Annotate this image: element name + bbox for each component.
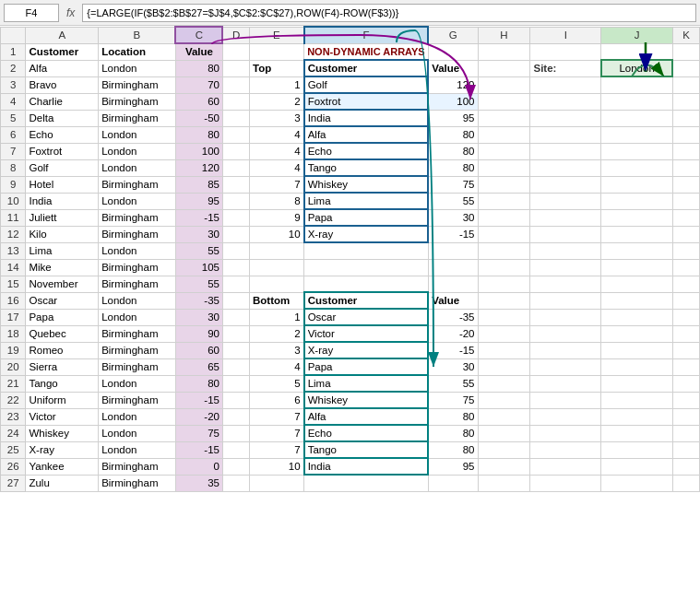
col-header-I[interactable]: I bbox=[530, 27, 601, 43]
spreadsheet-grid[interactable]: A B C D E F G H I J K 1 Customer Locatio… bbox=[0, 26, 700, 599]
row-22: 22 Uniform Birmingham -15 6 Whiskey 75 bbox=[1, 392, 700, 408]
row-21: 21 Tango London 80 5 Lima 55 bbox=[1, 375, 700, 392]
name-box[interactable] bbox=[4, 4, 59, 22]
col-header-B[interactable]: B bbox=[99, 27, 176, 43]
row-7: 7 Foxtrot London 100 4 Echo 80 bbox=[1, 143, 700, 159]
row-27: 27 Zulu Birmingham 35 bbox=[1, 475, 700, 491]
row-25: 25 X-ray London -15 7 Tango 80 bbox=[1, 441, 700, 458]
row-19: 19 Romeo Birmingham 60 3 X-ray -15 bbox=[1, 342, 700, 358]
row-1: 1 Customer Location Value NON-DYNAMIC AR… bbox=[1, 43, 700, 60]
corner-cell bbox=[1, 27, 26, 43]
col-header-E[interactable]: E bbox=[250, 27, 304, 43]
row-14: 14 Mike Birmingham 105 bbox=[1, 259, 700, 276]
row-3: 3 Bravo Birmingham 70 1 Golf 120 bbox=[1, 76, 700, 93]
toolbar: fx bbox=[0, 0, 700, 26]
row-11: 11 Juliett Birmingham -15 9 Papa 30 bbox=[1, 209, 700, 226]
row-9: 9 Hotel Birmingham 85 7 Whiskey 75 bbox=[1, 176, 700, 193]
col-header-G[interactable]: G bbox=[428, 27, 478, 43]
col-header-H[interactable]: H bbox=[478, 27, 530, 43]
row-23: 23 Victor London -20 7 Alfa 80 bbox=[1, 408, 700, 425]
row-5: 5 Delta Birmingham -50 3 India 95 bbox=[1, 110, 700, 126]
col-header-K[interactable]: K bbox=[672, 27, 699, 43]
row-4: 4 Charlie Birmingham 60 2 Foxtrot 100 bbox=[1, 93, 700, 110]
row-8: 8 Golf London 120 4 Tango 80 bbox=[1, 159, 700, 176]
row-20: 20 Sierra Birmingham 65 4 Papa 30 bbox=[1, 358, 700, 375]
fx-label: fx bbox=[63, 6, 78, 19]
row-10: 10 India London 95 8 Lima 55 bbox=[1, 193, 700, 209]
formula-bar[interactable] bbox=[82, 4, 696, 22]
row-6: 6 Echo London 80 4 Alfa 80 bbox=[1, 126, 700, 143]
col-header-D[interactable]: D bbox=[222, 27, 249, 43]
row-18: 18 Quebec Birmingham 90 2 Victor -20 bbox=[1, 325, 700, 342]
col-header-F[interactable]: F bbox=[304, 27, 429, 43]
row-17: 17 Papa London 30 1 Oscar -35 bbox=[1, 309, 700, 325]
spreadsheet-table: A B C D E F G H I J K 1 Customer Locatio… bbox=[0, 26, 700, 492]
row-26: 26 Yankee Birmingham 0 10 India 95 bbox=[1, 458, 700, 475]
col-header-row: A B C D E F G H I J K bbox=[1, 27, 700, 43]
col-header-A[interactable]: A bbox=[26, 27, 99, 43]
row-15: 15 November Birmingham 55 bbox=[1, 276, 700, 292]
row-2: 2 Alfa London 80 Top Customer Value Site… bbox=[1, 60, 700, 76]
row-12: 12 Kilo Birmingham 30 10 X-ray -15 bbox=[1, 226, 700, 242]
row-13: 13 Lima London 55 bbox=[1, 242, 700, 259]
col-header-C[interactable]: C bbox=[175, 27, 222, 43]
col-header-J[interactable]: J bbox=[601, 27, 673, 43]
row-24: 24 Whiskey London 75 7 Echo 80 bbox=[1, 425, 700, 441]
row-16: 16 Oscar London -35 Bottom Customer Valu… bbox=[1, 292, 700, 309]
